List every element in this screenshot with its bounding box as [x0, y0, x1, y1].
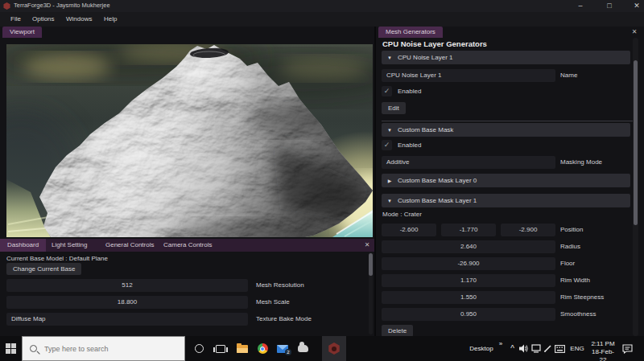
- tab-mesh-generators[interactable]: Mesh Generators: [378, 27, 443, 38]
- mesh-panel-close-icon[interactable]: ✕: [630, 27, 639, 37]
- dashboard-panel: Dashboard Light Setting General Controls…: [0, 239, 375, 336]
- position-label: Position: [560, 224, 583, 236]
- dashboard-tab-bar: Dashboard Light Setting General Controls…: [0, 239, 375, 252]
- radius-field[interactable]: 2.640: [382, 240, 555, 253]
- layer-name-input[interactable]: CPU Noise Layer 1: [382, 69, 555, 82]
- menu-file[interactable]: File: [10, 12, 21, 27]
- title-bar[interactable]: TerraForge3D - Jaysmito Mukherjee – □ ✕: [0, 0, 644, 12]
- tab-viewport[interactable]: Viewport: [2, 27, 42, 38]
- tab-light-setting[interactable]: Light Setting: [44, 239, 94, 252]
- app-icon: [3, 2, 10, 10]
- mail-button[interactable]: 2: [272, 336, 293, 361]
- mesh-generators-panel: CPU Noise Layer Generators ▼CPU Noise La…: [376, 38, 644, 336]
- masking-mode-label: Masking Mode: [560, 156, 602, 169]
- enabled-label: Enabled: [398, 86, 421, 96]
- mesh-tab-strip: Mesh Generators ✕: [376, 27, 644, 38]
- windows-logo-icon: [6, 343, 16, 354]
- file-explorer-button[interactable]: [232, 336, 253, 361]
- texture-bake-mode-dropdown[interactable]: Diffuse Map: [6, 313, 248, 326]
- task-view-icon: [216, 345, 225, 353]
- custom-base-mask-layer-0-header[interactable]: ▶Custom Base Mask Layer 0: [382, 174, 630, 187]
- floor-label: Floor: [560, 257, 575, 270]
- rim-steepness-field[interactable]: 1.550: [382, 291, 555, 304]
- position-z-field[interactable]: -2.900: [501, 224, 555, 236]
- close-button[interactable]: ✕: [626, 0, 644, 12]
- dashboard-close-icon[interactable]: ✕: [362, 240, 372, 250]
- smoothness-field[interactable]: 0.950: [382, 308, 555, 321]
- panel-title: CPU Noise Layer Generators: [382, 39, 487, 48]
- viewport-3d-canvas[interactable]: [6, 44, 373, 237]
- terraforge3d-window: TerraForge3D - Jaysmito Mukherjee – □ ✕ …: [0, 0, 644, 361]
- collapse-open-icon: ▼: [382, 195, 398, 208]
- chrome-icon: [258, 343, 268, 354]
- tray-expand-chevron[interactable]: ^: [507, 336, 518, 361]
- taskbar: 2 Desktop » ^ ENG 2:11 PM 18-Feb-22: [0, 336, 644, 361]
- viewport-tab-strip: Viewport: [0, 27, 375, 38]
- terraforge-taskbar-button[interactable]: [322, 336, 346, 361]
- mesh-scale-label: Mesh Scale: [256, 296, 290, 309]
- menu-help[interactable]: Help: [104, 12, 117, 27]
- delete-button[interactable]: Delete: [382, 325, 413, 337]
- chrome-button[interactable]: [252, 336, 273, 361]
- position-y-field[interactable]: -1.770: [441, 224, 496, 236]
- clock[interactable]: 2:11 PM 18-Feb-22: [588, 340, 617, 361]
- mesh-resolution-field[interactable]: 512: [6, 279, 248, 292]
- separator: [382, 121, 633, 121]
- edit-button[interactable]: Edit: [382, 102, 406, 114]
- terrain-render: [6, 44, 373, 237]
- smoothness-label: Smoothness: [560, 308, 596, 321]
- pen-icon[interactable]: [542, 336, 553, 361]
- mail-icon: 2: [277, 345, 288, 353]
- texture-bake-mode-label: Texture Bake Mode: [256, 313, 312, 326]
- toolbar-overflow-icon[interactable]: »: [496, 331, 506, 356]
- custom-base-mask-layer-1-header[interactable]: ▼Custom Base Mask Layer 1: [382, 194, 630, 207]
- masking-mode-dropdown[interactable]: Additive: [382, 156, 555, 169]
- cortana-button[interactable]: [188, 336, 209, 361]
- network-icon[interactable]: [530, 336, 542, 361]
- search-icon: [30, 345, 37, 352]
- date-label: 18-Feb-22: [588, 348, 617, 361]
- custom-base-mask-header[interactable]: ▼Custom Base Mask: [382, 123, 630, 137]
- task-view-button[interactable]: [210, 336, 231, 361]
- time-label: 2:11 PM: [588, 340, 617, 348]
- change-current-base-button[interactable]: Change Current Base: [6, 263, 81, 275]
- file-explorer-icon: [237, 345, 248, 353]
- mesh-panel-scrollbar[interactable]: [633, 38, 638, 336]
- minimize-button[interactable]: –: [570, 0, 591, 12]
- maximize-button[interactable]: □: [599, 0, 620, 12]
- tab-dashboard[interactable]: Dashboard: [0, 239, 46, 252]
- window-title: TerraForge3D - Jaysmito Mukherjee: [14, 2, 110, 9]
- tab-camera-controls[interactable]: Camera Controls: [156, 239, 219, 252]
- people-button[interactable]: [292, 336, 313, 361]
- enabled-checkbox[interactable]: ✓: [382, 86, 392, 96]
- rim-width-field[interactable]: 1.170: [382, 274, 555, 287]
- dashboard-scrollbar[interactable]: [369, 252, 373, 334]
- menu-options[interactable]: Options: [32, 12, 55, 27]
- cpu-noise-layer-1-header[interactable]: ▼CPU Noise Layer 1: [382, 51, 630, 64]
- mask-enabled-checkbox[interactable]: ✓: [382, 140, 392, 150]
- mesh-panel-scrollbar-thumb[interactable]: [634, 60, 638, 225]
- rim-width-label: Rim Width: [560, 274, 590, 287]
- language-label: ENG: [570, 345, 584, 352]
- search-input[interactable]: [43, 344, 171, 354]
- language-indicator[interactable]: ENG: [567, 336, 588, 361]
- action-center-button[interactable]: [618, 336, 636, 361]
- collapse-open-icon: ▼: [382, 51, 398, 65]
- desktop-toolbar[interactable]: Desktop: [468, 336, 495, 361]
- start-button[interactable]: [0, 336, 22, 361]
- mask-enabled-label: Enabled: [398, 140, 421, 150]
- mode-crater-text: Mode : Crater: [382, 208, 422, 221]
- tab-general-controls[interactable]: General Controls: [98, 239, 161, 252]
- mail-badge: 2: [285, 349, 291, 355]
- desktop-label: Desktop: [469, 345, 493, 352]
- dashboard-scrollbar-thumb[interactable]: [369, 253, 373, 276]
- menu-bar: File Options Windows Help: [0, 12, 644, 27]
- taskbar-search[interactable]: [22, 336, 185, 361]
- position-x-field[interactable]: -2.600: [382, 224, 436, 236]
- viewport-panel: [0, 38, 375, 239]
- floor-field[interactable]: -26.900: [382, 257, 555, 270]
- volume-icon[interactable]: [518, 336, 530, 361]
- menu-windows[interactable]: Windows: [66, 12, 92, 27]
- mesh-scale-field[interactable]: 18.800: [6, 296, 248, 309]
- touch-keyboard-icon[interactable]: [553, 336, 566, 361]
